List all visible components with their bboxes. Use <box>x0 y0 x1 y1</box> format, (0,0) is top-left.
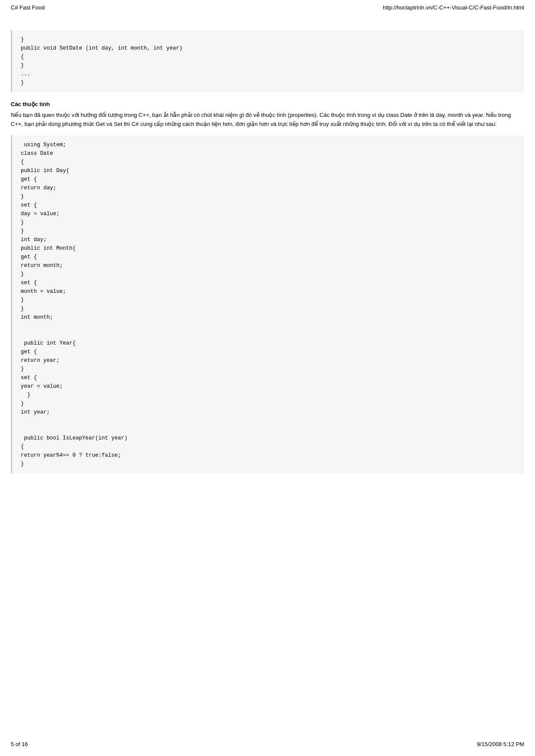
page-header: C# Fast Food http://hoclaptrinh.vn/C-C++… <box>0 0 535 15</box>
header-title: C# Fast Food <box>11 4 45 11</box>
page-footer: 5 of 16 9/15/2008 5:12 PM <box>11 741 524 747</box>
code-block-1: } public void SetDate (int day, int mont… <box>11 30 524 92</box>
paragraph-text: Nếu bạn đã quen thuộc với hướng đối tượn… <box>11 111 524 129</box>
page-content: } public void SetDate (int day, int mont… <box>0 15 535 489</box>
header-url: http://hoclaptrinh.vn/C-C++-Visual-C/C-F… <box>383 4 524 11</box>
code-block-2: using System; class Date { public int Da… <box>11 135 524 474</box>
footer-date-time: 9/15/2008 5:12 PM <box>477 741 524 747</box>
footer-page-info: 5 of 16 <box>11 741 28 747</box>
section-heading: Các thuộc tính <box>11 101 524 107</box>
